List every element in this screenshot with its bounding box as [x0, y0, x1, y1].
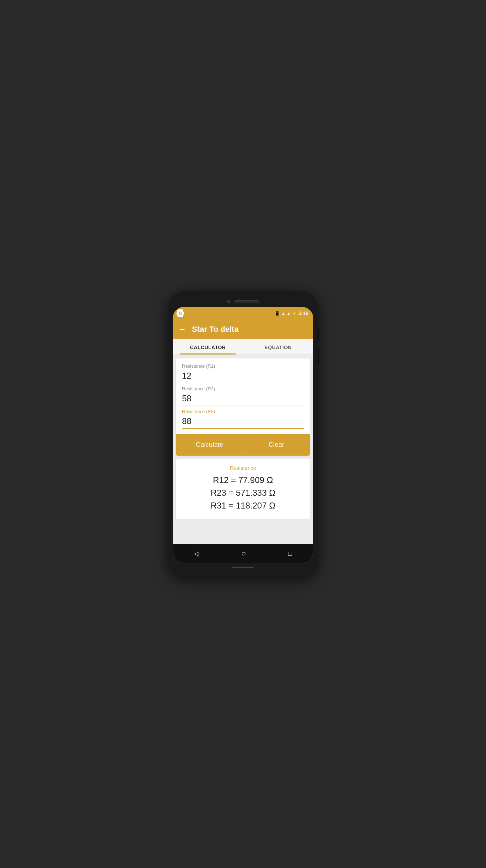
r2-input[interactable] [182, 392, 304, 406]
input-group-r2: Resistance (R2) [182, 386, 304, 406]
phone-screen: N 📳 ▲ ▲ ⚡ 5:16 ← Star To delta CALCULATO… [173, 307, 313, 563]
back-nav-button[interactable]: ◁ [194, 550, 199, 557]
status-bar: N 📳 ▲ ▲ ⚡ 5:16 [173, 307, 313, 320]
signal-icon: ▲ [281, 311, 285, 315]
r1-input[interactable] [182, 369, 304, 383]
input-card: Resistance (R1) Resistance (R2) Resistan… [176, 358, 310, 456]
result-r12: R12 = 77.909 Ω [182, 475, 304, 485]
battery-icon: ⚡ [292, 311, 297, 316]
gray-space [176, 519, 310, 540]
tab-equation[interactable]: EQUATION [243, 339, 313, 355]
r3-label: Resistance (R3) [182, 409, 304, 414]
result-r31: R31 = 118.207 Ω [182, 501, 304, 511]
result-r23: R23 = 571.333 Ω [182, 488, 304, 498]
app-title: Star To delta [192, 325, 239, 334]
r1-label: Resistance (R1) [182, 363, 304, 369]
calculate-button[interactable]: Calculate [176, 434, 243, 456]
tab-calculator[interactable]: CALCULATOR [173, 339, 243, 355]
status-left: N [176, 309, 184, 317]
phone-bottom-hardware [173, 563, 313, 570]
main-content: Resistance (R1) Resistance (R2) Resistan… [173, 355, 313, 544]
r2-label: Resistance (R2) [182, 386, 304, 391]
back-button[interactable]: ← [178, 325, 186, 334]
status-right: 📳 ▲ ▲ ⚡ 5:16 [275, 311, 308, 316]
results-label: Resistance [182, 465, 304, 471]
front-camera [227, 300, 230, 303]
input-group-r1: Resistance (R1) [182, 363, 304, 383]
nexus-logo: N [176, 309, 184, 317]
buttons-row: Calculate Clear [176, 434, 310, 456]
phone-frame: N 📳 ▲ ▲ ⚡ 5:16 ← Star To delta CALCULATO… [169, 291, 317, 577]
phone-top-hardware [173, 298, 313, 307]
r3-input[interactable] [182, 415, 304, 429]
home-nav-button[interactable]: ○ [241, 549, 246, 558]
results-card: Resistance R12 = 77.909 Ω R23 = 571.333 … [176, 459, 310, 519]
clear-button[interactable]: Clear [243, 434, 310, 456]
input-group-r3: Resistance (R3) [182, 409, 304, 429]
signal-full-icon: ▲ [287, 311, 291, 315]
bottom-nav: ◁ ○ □ [173, 544, 313, 563]
speaker-grill [234, 300, 259, 303]
tab-bar: CALCULATOR EQUATION [173, 339, 313, 355]
home-button-line [232, 567, 254, 568]
vibrate-icon: 📳 [275, 311, 280, 316]
time-display: 5:16 [298, 311, 308, 316]
recent-nav-button[interactable]: □ [288, 550, 292, 557]
app-header: ← Star To delta [173, 320, 313, 339]
